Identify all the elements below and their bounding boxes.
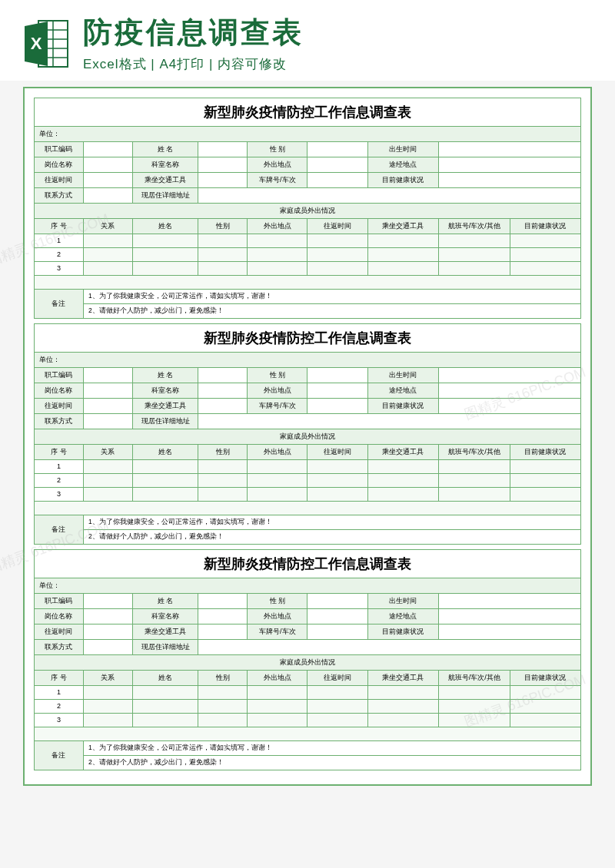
lbl-plate: 车牌号/车次 xyxy=(248,172,308,187)
col-place: 外出地点 xyxy=(248,218,308,234)
form-table-1: 单位： 职工编码 姓 名 性 别 出生时间 岗位名称 科室名称 外出地点 途经地… xyxy=(34,126,581,319)
remark-2: 2、请做好个人防护，减少出门，避免感染！ xyxy=(83,755,580,770)
col: 往返时间 xyxy=(308,670,367,685)
val xyxy=(308,367,367,383)
col: 航班号/车次/其他 xyxy=(439,670,510,685)
row-num: 1 xyxy=(35,685,84,699)
cell xyxy=(510,713,580,727)
cell xyxy=(198,487,248,501)
remark-2: 2、请做好个人防护，减少出门，避免感染！ xyxy=(83,303,580,318)
lbl: 车牌号/车次 xyxy=(248,398,308,413)
cell xyxy=(248,459,308,473)
remark-1: 1、为了你我健康安全，公司正常运作，请如实填写，谢谢！ xyxy=(83,740,580,755)
row-num: 2 xyxy=(35,699,84,713)
form-block-3: 新型肺炎疫情防控工作信息调查表 单位： 职工编码姓 名性 别出生时间 岗位名称科… xyxy=(34,549,581,770)
cell xyxy=(439,487,510,501)
col: 航班号/车次/其他 xyxy=(439,444,510,459)
cell xyxy=(132,685,198,699)
cell xyxy=(83,261,132,275)
cell xyxy=(367,699,438,713)
cell xyxy=(83,685,132,699)
row-num: 3 xyxy=(35,713,84,727)
cell xyxy=(439,459,510,473)
col: 姓名 xyxy=(132,670,198,685)
lbl: 出生时间 xyxy=(367,593,438,608)
lbl: 姓 名 xyxy=(132,593,198,608)
cell xyxy=(510,699,580,713)
cell xyxy=(510,685,580,699)
val xyxy=(308,608,367,624)
val xyxy=(198,593,248,608)
form-title: 新型肺炎疫情防控工作信息调查表 xyxy=(34,323,581,352)
cell xyxy=(248,487,308,501)
cell xyxy=(308,234,367,247)
lbl: 联系方式 xyxy=(35,413,84,429)
remark-1: 1、为了你我健康安全，公司正常运作，请如实填写，谢谢！ xyxy=(83,515,580,529)
col: 关系 xyxy=(83,444,132,459)
cell xyxy=(308,473,367,487)
val xyxy=(83,367,132,383)
lbl: 车牌号/车次 xyxy=(248,624,308,639)
cell xyxy=(367,473,438,487)
val xyxy=(198,608,248,624)
cell xyxy=(132,261,198,275)
lbl: 往返时间 xyxy=(35,398,84,413)
row-num: 1 xyxy=(35,459,84,473)
val xyxy=(308,398,367,413)
lbl-health: 目前健康状况 xyxy=(367,172,438,187)
lbl: 目前健康状况 xyxy=(367,624,438,639)
cell xyxy=(83,459,132,473)
col: 性别 xyxy=(198,670,248,685)
val xyxy=(83,383,132,398)
col: 目前健康状况 xyxy=(510,444,580,459)
cell xyxy=(248,247,308,261)
cell xyxy=(198,713,248,727)
val xyxy=(83,639,132,654)
cell xyxy=(248,473,308,487)
val xyxy=(439,398,581,413)
cell xyxy=(248,234,308,247)
val xyxy=(308,157,367,172)
val xyxy=(439,608,581,624)
cell xyxy=(198,685,248,699)
col: 序 号 xyxy=(35,444,84,459)
val xyxy=(308,383,367,398)
val xyxy=(198,383,248,398)
val xyxy=(83,172,132,187)
cell xyxy=(308,713,367,727)
cell xyxy=(439,713,510,727)
header-text: 防疫信息调查表 Excel格式 | A4打印 | 内容可修改 xyxy=(83,15,592,73)
col: 姓名 xyxy=(132,444,198,459)
form-table-3: 单位： 职工编码姓 名性 别出生时间 岗位名称科室名称外出地点途经地点 往返时间… xyxy=(34,578,581,770)
lbl: 姓 名 xyxy=(132,367,198,383)
row-num: 1 xyxy=(35,234,84,247)
lbl-contact: 联系方式 xyxy=(35,187,84,203)
cell xyxy=(439,473,510,487)
cell xyxy=(248,685,308,699)
cell xyxy=(132,247,198,261)
cell xyxy=(439,261,510,275)
lbl-gender: 性 别 xyxy=(248,141,308,157)
col-gender: 性别 xyxy=(198,218,248,234)
empty-row xyxy=(35,501,581,515)
cell xyxy=(248,713,308,727)
cell xyxy=(132,699,198,713)
val xyxy=(198,398,248,413)
unit-label: 单位： xyxy=(35,352,581,367)
val xyxy=(439,624,581,639)
val xyxy=(83,593,132,608)
val xyxy=(198,157,248,172)
col-health: 目前健康状况 xyxy=(510,218,580,234)
form-title: 新型肺炎疫情防控工作信息调查表 xyxy=(34,549,581,578)
form-table-2: 单位： 职工编码姓 名性 别出生时间 岗位名称科室名称外出地点途经地点 往返时间… xyxy=(34,352,581,545)
cell xyxy=(132,459,198,473)
unit-label: 单位： xyxy=(35,126,581,141)
lbl: 现居住详细地址 xyxy=(132,639,198,654)
val xyxy=(439,383,581,398)
col: 外出地点 xyxy=(248,670,308,685)
lbl: 乘坐交通工具 xyxy=(132,398,198,413)
family-section: 家庭成员外出情况 xyxy=(35,203,581,218)
val xyxy=(439,157,581,172)
cell xyxy=(439,699,510,713)
lbl-birth: 出生时间 xyxy=(367,141,438,157)
